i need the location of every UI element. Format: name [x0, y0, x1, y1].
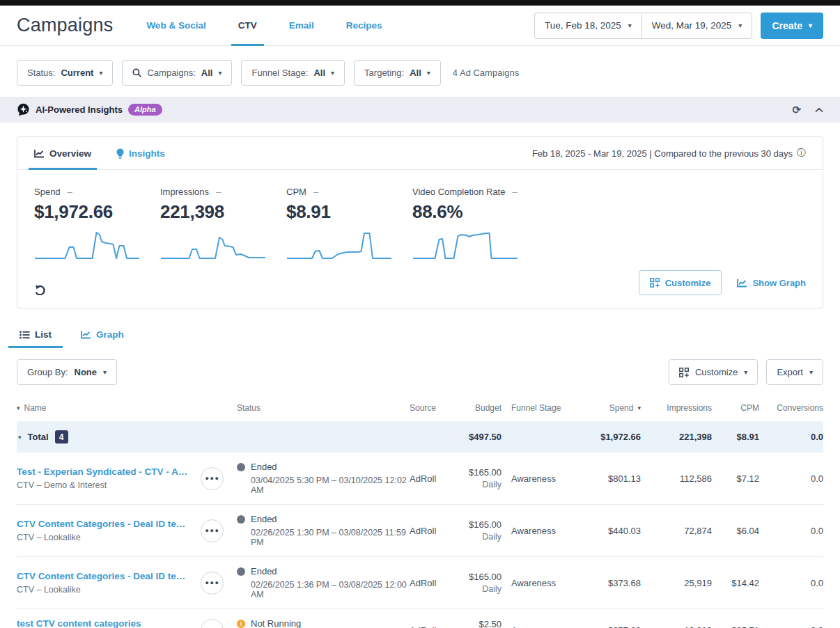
budget-cell: $165.00 Daily: [450, 572, 501, 594]
table-row[interactable]: Test - Experian Syndicated - CTV - Andre…: [17, 453, 823, 504]
start-date-value: Tue, Feb 18, 2025: [545, 20, 621, 31]
row-actions-button[interactable]: ●●●: [201, 467, 224, 490]
budget-cell: $2.50 Daily: [450, 619, 501, 628]
actions-cell: ●●●: [201, 572, 237, 595]
total-count-badge: 4: [55, 430, 68, 443]
sparkline-chart: [34, 227, 160, 263]
funnel-stage-cell: Awareness: [501, 578, 577, 588]
tab-list[interactable]: List: [17, 329, 54, 348]
cpm-cell: $14.42: [712, 578, 759, 588]
ellipsis-icon: ●●●: [205, 580, 220, 586]
primary-nav: Web & Social CTV Email Recipes: [143, 6, 411, 45]
row-actions-button[interactable]: ●●●: [201, 619, 224, 628]
chevron-down-icon: ▾: [218, 70, 221, 77]
tab-overview[interactable]: Overview: [34, 137, 91, 169]
campaign-name-link[interactable]: Test - Experian Syndicated - CTV - Andre…: [17, 466, 188, 477]
status-text: Ended: [251, 462, 277, 472]
campaign-name-link[interactable]: CTV Content Categories - Deal ID test 2 …: [17, 519, 188, 529]
column-header-budget[interactable]: Budget: [450, 403, 501, 413]
customize-button-label: Customize: [665, 278, 711, 288]
table-row[interactable]: CTV Content Categories - Deal ID test 2 …: [17, 556, 823, 609]
campaign-name-link[interactable]: test CTV content categories: [17, 618, 188, 628]
show-graph-link[interactable]: Show Graph: [737, 278, 806, 288]
chevron-down-icon: ▾: [809, 369, 813, 376]
total-row[interactable]: ▾ Total 4 $497.50 $1,972.66 221,398 $8.9…: [17, 421, 823, 453]
column-header-spend[interactable]: Spend ▾: [577, 403, 641, 413]
sparkline-chart: [160, 227, 286, 263]
column-header-source[interactable]: Source: [410, 403, 450, 413]
date-range-picker: Tue, Feb 18, 2025 ▾ Wed, Mar 19, 2025 ▾: [534, 13, 752, 39]
table-row[interactable]: test CTV content categories CTV – Contex…: [17, 609, 823, 628]
create-button[interactable]: Create ▾: [761, 13, 823, 39]
row-actions-button[interactable]: ●●●: [201, 572, 224, 595]
metric-impressions[interactable]: Impressions – 221,398: [160, 187, 286, 263]
total-conversions: 0.0: [759, 432, 823, 442]
cpm-cell: $35.71: [712, 625, 759, 628]
budget-amount: $165.00: [450, 572, 501, 582]
total-cpm: $8.91: [712, 432, 759, 442]
status-icon: [237, 463, 245, 471]
column-header-status[interactable]: Status: [237, 403, 410, 413]
tab-insights[interactable]: Insights: [116, 137, 165, 169]
column-header-funnel-stage[interactable]: Funnel Stage: [501, 403, 577, 413]
customize-columns-dropdown[interactable]: Customize ▾: [669, 359, 758, 385]
chevron-down-icon: ▾: [628, 22, 632, 29]
column-header-name[interactable]: ▾ Name: [17, 403, 201, 413]
tab-recipes[interactable]: Recipes: [343, 6, 385, 45]
chevron-down-icon: ▾: [103, 369, 107, 376]
column-header-conversions[interactable]: Conversions: [759, 403, 823, 413]
column-header-cpm[interactable]: CPM: [712, 403, 759, 413]
end-date-value: Wed, Mar 19, 2025: [652, 20, 732, 31]
tab-ctv[interactable]: CTV: [235, 6, 260, 45]
undo-icon[interactable]: [34, 284, 46, 295]
campaigns-filter-dropdown[interactable]: Campaigns: All ▾: [122, 60, 232, 86]
metric-cpm[interactable]: CPM – $8.91: [286, 187, 412, 263]
ai-insights-bar[interactable]: AI-Powered Insights Alpha ⟳: [0, 97, 840, 123]
status-sub-text: 02/26/2025 1:36 PM – 03/08/2025 12:00 AM: [237, 580, 410, 599]
chevron-up-icon[interactable]: [815, 107, 823, 113]
impressions-cell: 10,019: [641, 625, 712, 628]
metric-label: Video Completion Rate: [412, 187, 505, 197]
status-filter-dropdown[interactable]: Status: Current ▾: [17, 60, 113, 86]
budget-cell: $165.00 Daily: [450, 467, 501, 489]
name-cell: CTV Content Categories - Deal ID test 2 …: [17, 571, 201, 595]
collapse-caret-icon[interactable]: ▾: [18, 434, 22, 441]
row-actions-button[interactable]: ●●●: [201, 519, 224, 542]
campaign-name-link[interactable]: CTV Content Categories - Deal ID test 2 …: [17, 571, 188, 581]
status-sub-text: 03/04/2025 5:30 PM – 03/10/2025 12:02 AM: [237, 476, 410, 495]
total-impressions: 221,398: [641, 432, 712, 442]
targeting-filter-dropdown[interactable]: Targeting: All ▾: [354, 60, 441, 86]
total-spend: $1,972.66: [577, 432, 641, 442]
start-date-dropdown[interactable]: Tue, Feb 18, 2025 ▾: [534, 13, 641, 39]
customize-metrics-button[interactable]: Customize: [639, 270, 722, 295]
chevron-down-icon: ▾: [744, 369, 747, 376]
status-sub-text: 02/26/2025 1:30 PM – 03/08/2025 11:59 PM: [237, 528, 410, 547]
budget-amount: $165.00: [450, 519, 501, 530]
tab-graph[interactable]: Graph: [78, 329, 127, 348]
conversions-cell: 0.0: [759, 625, 823, 628]
source-cell: AdRoll: [410, 526, 450, 536]
group-by-dropdown[interactable]: Group By: None ▾: [17, 359, 117, 385]
filter-value: Current: [61, 68, 93, 78]
filter-label: Campaigns:: [147, 68, 195, 78]
overview-card-footer: Customize Show Graph: [17, 266, 823, 308]
metric-video-completion-rate[interactable]: Video Completion Rate – 88.6%: [412, 187, 559, 263]
status-cell: Ended 02/26/2025 1:36 PM – 03/08/2025 12…: [237, 566, 410, 599]
status-text: Not Running: [251, 618, 301, 628]
list-icon: [20, 331, 30, 339]
tab-web-social[interactable]: Web & Social: [143, 6, 208, 45]
chevron-down-icon: ▾: [99, 70, 102, 77]
end-date-dropdown[interactable]: Wed, Mar 19, 2025 ▾: [641, 13, 753, 39]
ai-insights-label: AI-Powered Insights: [36, 104, 123, 115]
export-dropdown[interactable]: Export ▾: [766, 359, 823, 385]
tab-email[interactable]: Email: [286, 6, 317, 45]
column-header-impressions[interactable]: Impressions: [641, 403, 712, 413]
refresh-icon[interactable]: ⟳: [792, 104, 801, 116]
funnel-stage-filter-dropdown[interactable]: Funnel Stage: All ▾: [241, 60, 345, 86]
funnel-stage-cell: Awareness: [501, 526, 577, 536]
info-icon[interactable]: ⓘ: [797, 147, 806, 159]
metric-spend[interactable]: Spend – $1,972.66: [34, 187, 160, 263]
chevron-down-icon: ▾: [809, 22, 812, 29]
status-cell: Ended 02/26/2025 1:30 PM – 03/08/2025 11…: [237, 514, 410, 547]
table-row[interactable]: CTV Content Categories - Deal ID test 2 …: [17, 504, 823, 556]
